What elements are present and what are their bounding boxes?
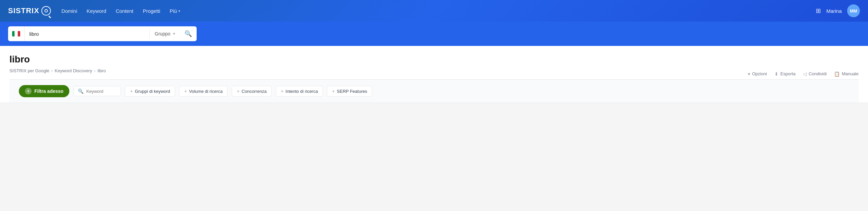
search-icon: 🔍: [78, 88, 84, 94]
logo-text: SISTRIX: [8, 6, 39, 15]
manuale-label: Manuale: [842, 71, 859, 76]
plus-circle-icon: +: [25, 88, 32, 95]
book-icon: 📋: [834, 71, 840, 77]
search-icon: 🔍: [185, 30, 192, 37]
concorrenza-chip[interactable]: + Concorrenza: [231, 86, 272, 97]
username[interactable]: Marina: [826, 8, 842, 14]
condividi-label: Condividi: [809, 71, 827, 76]
intento-ricerca-chip[interactable]: + Intento di ricerca: [276, 86, 323, 97]
share-icon: ◁: [803, 71, 807, 77]
keyword-filter-input[interactable]: [86, 89, 117, 94]
filter-bar: + Filtra adesso 🔍 + Gruppi di keyword + …: [9, 79, 859, 103]
flag-italy: [12, 31, 20, 36]
breadcrumb-sep-2: ›: [94, 69, 96, 73]
chevron-down-icon: ▾: [748, 71, 750, 77]
nav-item-progetti[interactable]: Progetti: [143, 8, 160, 14]
nav-item-domini[interactable]: Domini: [62, 8, 78, 14]
gruppo-label: Gruppo: [155, 31, 170, 36]
filtra-adesso-button[interactable]: + Filtra adesso: [19, 85, 69, 97]
manuale-button[interactable]: 📋 Manuale: [834, 71, 859, 77]
search-box: Gruppo ▾ 🔍: [8, 26, 197, 41]
serp-features-chip[interactable]: + SERP Features: [327, 86, 372, 97]
plus-icon: +: [332, 88, 335, 94]
serp-features-label: SERP Features: [337, 89, 367, 94]
volume-ricerca-label: Volume di ricerca: [189, 89, 223, 94]
nav-item-content[interactable]: Content: [116, 8, 134, 14]
page-title: libro: [9, 54, 859, 65]
plus-icon: +: [237, 88, 239, 94]
chevron-down-icon: ▾: [179, 9, 180, 13]
esporta-button[interactable]: ⬇ Esporta: [774, 71, 796, 77]
nav: Domini Keyword Content Progetti Più ▾: [62, 8, 805, 14]
country-flag[interactable]: [8, 26, 25, 41]
esporta-label: Esporta: [780, 71, 796, 76]
search-input[interactable]: [25, 31, 150, 37]
content-area: libro SISTRIX per Google › Keyword Disco…: [0, 46, 868, 103]
plus-icon: +: [184, 88, 187, 94]
search-button[interactable]: 🔍: [180, 26, 197, 41]
search-bar: Gruppo ▾ 🔍: [0, 22, 868, 46]
breadcrumb-sistrix[interactable]: SISTRIX per Google: [9, 68, 50, 73]
nav-item-piu[interactable]: Più ▾: [170, 8, 180, 14]
breadcrumb: SISTRIX per Google › Keyword Discovery ›…: [9, 68, 106, 73]
opzioni-button[interactable]: ▾ Opzioni: [748, 71, 767, 77]
gruppi-keyword-label: Gruppi di keyword: [135, 89, 170, 94]
logo[interactable]: SISTRIX: [8, 6, 51, 16]
opzioni-label: Opzioni: [752, 71, 767, 76]
breadcrumb-libro[interactable]: libro: [98, 68, 106, 73]
breadcrumb-sep-1: ›: [52, 69, 53, 73]
plus-icon: +: [130, 88, 133, 94]
filtra-adesso-label: Filtra adesso: [34, 88, 63, 94]
plus-icon: +: [281, 88, 283, 94]
header-right: ⊞ Marina MM: [816, 4, 860, 17]
concorrenza-label: Concorrenza: [241, 89, 266, 94]
keyword-filter-box: 🔍: [73, 86, 121, 96]
download-icon: ⬇: [774, 71, 778, 77]
intento-ricerca-label: Intento di ricerca: [285, 89, 318, 94]
nav-item-keyword[interactable]: Keyword: [87, 8, 106, 14]
condividi-button[interactable]: ◁ Condividi: [803, 71, 827, 77]
breadcrumb-keyword-discovery[interactable]: Keyword Discovery: [55, 68, 92, 73]
volume-ricerca-chip[interactable]: + Volume di ricerca: [179, 86, 227, 97]
grid-icon[interactable]: ⊞: [816, 7, 821, 15]
breadcrumb-row: SISTRIX per Google › Keyword Discovery ›…: [9, 68, 859, 79]
breadcrumb-actions: ▾ Opzioni ⬇ Esporta ◁ Condividi 📋 Manual…: [748, 71, 859, 77]
logo-icon: [41, 6, 51, 16]
gruppo-select[interactable]: Gruppo ▾: [150, 31, 180, 36]
gruppi-keyword-chip[interactable]: + Gruppi di keyword: [125, 86, 175, 97]
chevron-down-icon: ▾: [173, 31, 175, 36]
avatar[interactable]: MM: [847, 4, 860, 17]
header: SISTRIX Domini Keyword Content Progetti …: [0, 0, 868, 22]
